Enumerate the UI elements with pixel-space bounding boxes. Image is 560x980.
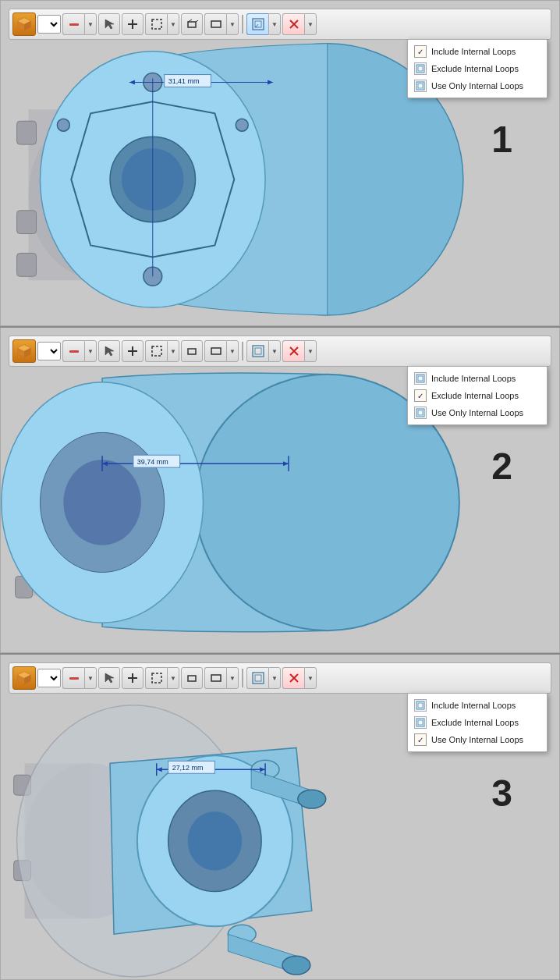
menu-label-include-3: Include Internal Loops bbox=[431, 701, 516, 710]
cancel-dropdown-1[interactable]: ▼ bbox=[304, 13, 317, 35]
rect-dropdown-3[interactable]: ▼ bbox=[226, 667, 239, 689]
box-dropdown-3[interactable]: ▼ bbox=[167, 667, 179, 689]
cancel-btn-2[interactable] bbox=[282, 340, 304, 362]
menu-item-include-3[interactable]: Include Internal Loops bbox=[408, 697, 547, 714]
cancel-btn-pair-3: ▼ bbox=[282, 667, 317, 689]
sep-1 bbox=[242, 15, 243, 34]
svg-rect-76 bbox=[416, 375, 424, 382]
svg-rect-4 bbox=[17, 211, 37, 234]
svg-rect-40 bbox=[416, 65, 424, 73]
svg-point-14 bbox=[57, 119, 69, 131]
menu-item-include-2[interactable]: Include Internal Loops bbox=[408, 370, 547, 387]
menu-label-useonly-2: Use Only Internal Loops bbox=[431, 408, 523, 417]
svg-rect-104 bbox=[69, 677, 79, 680]
line-dropdown-1[interactable]: ▼ bbox=[84, 13, 97, 35]
cancel-btn-1[interactable] bbox=[282, 13, 304, 35]
rect-btn-3[interactable] bbox=[204, 667, 226, 689]
svg-rect-68 bbox=[128, 350, 137, 352]
box-btn-3[interactable] bbox=[145, 667, 167, 689]
menu-item-useonly-3[interactable]: ✓ Use Only Internal Loops bbox=[408, 731, 547, 748]
svg-line-33 bbox=[196, 20, 198, 22]
box-btn-pair-1: ▼ bbox=[145, 13, 179, 35]
cube-icon-2[interactable] bbox=[12, 339, 36, 363]
plus-btn-2[interactable] bbox=[122, 340, 144, 362]
menu-item-exclude-2[interactable]: ✓ Exclude Internal Loops bbox=[408, 387, 547, 404]
menu-item-exclude-3[interactable]: Exclude Internal Loops bbox=[408, 714, 547, 731]
svg-marker-27 bbox=[105, 20, 114, 29]
svg-rect-34 bbox=[211, 21, 221, 27]
box-dropdown-2[interactable]: ▼ bbox=[167, 340, 179, 362]
cancel-dropdown-2[interactable]: ▼ bbox=[304, 340, 317, 362]
rect-btn-1[interactable] bbox=[204, 13, 226, 35]
svg-rect-42 bbox=[416, 82, 424, 90]
svg-rect-3 bbox=[17, 121, 37, 144]
line-btn-pair-2: ▼ bbox=[62, 340, 97, 362]
svg-point-88 bbox=[188, 811, 243, 871]
svg-rect-29 bbox=[128, 23, 137, 25]
box-btn-1[interactable] bbox=[145, 13, 167, 35]
menu-icon-exclude-1 bbox=[414, 62, 427, 75]
face-select-3[interactable]: Face bbox=[37, 669, 61, 687]
box-dropdown-1[interactable]: ▼ bbox=[167, 13, 179, 35]
panel-3: 27,12 mm Face ▼ bbox=[0, 654, 560, 980]
face-select-2[interactable]: Face bbox=[37, 342, 61, 360]
svg-marker-66 bbox=[105, 346, 114, 356]
svg-rect-73 bbox=[255, 348, 261, 354]
menu-item-include-1[interactable]: ✓ Include Internal Loops bbox=[408, 43, 547, 60]
line-dropdown-3[interactable]: ▼ bbox=[84, 667, 97, 689]
panel-divider-2 bbox=[0, 653, 560, 655]
svg-point-53 bbox=[63, 460, 141, 545]
cancel-dropdown-3[interactable]: ▼ bbox=[304, 667, 317, 689]
loops-btn-3[interactable] bbox=[246, 667, 268, 689]
menu-item-exclude-1[interactable]: Exclude Internal Loops bbox=[408, 60, 547, 77]
sep-3 bbox=[242, 669, 243, 687]
svg-rect-77 bbox=[418, 376, 423, 381]
svg-rect-26 bbox=[69, 23, 79, 26]
square-btn-3[interactable] bbox=[181, 667, 203, 689]
menu-label-exclude-3: Exclude Internal Loops bbox=[431, 718, 519, 727]
line-btn-3[interactable] bbox=[62, 667, 84, 689]
pointer-btn-3[interactable] bbox=[98, 667, 120, 689]
svg-rect-69 bbox=[152, 346, 161, 356]
svg-rect-110 bbox=[211, 675, 221, 681]
line-btn-2[interactable] bbox=[62, 340, 84, 362]
menu-check-include-1: ✓ bbox=[414, 45, 427, 58]
cancel-btn-3[interactable] bbox=[282, 667, 304, 689]
line-btn-1[interactable] bbox=[62, 13, 84, 35]
rect-btn-pair-2: ▼ bbox=[204, 340, 239, 362]
cube-icon-1[interactable] bbox=[12, 12, 36, 36]
panel-number-3: 3 bbox=[491, 772, 512, 815]
square-btn-2[interactable] bbox=[181, 340, 203, 362]
rect-btn-2[interactable] bbox=[204, 340, 226, 362]
svg-text:✓: ✓ bbox=[254, 23, 260, 30]
svg-rect-71 bbox=[211, 348, 221, 354]
loops-btn-1[interactable]: ✓ bbox=[246, 13, 268, 35]
pointer-btn-2[interactable] bbox=[98, 340, 120, 362]
pointer-btn-1[interactable] bbox=[98, 13, 120, 35]
rect-dropdown-1[interactable]: ▼ bbox=[226, 13, 239, 35]
line-dropdown-2[interactable]: ▼ bbox=[84, 340, 97, 362]
plus-btn-1[interactable] bbox=[122, 13, 144, 35]
svg-rect-112 bbox=[255, 675, 261, 681]
menu-item-useonly-1[interactable]: Use Only Internal Loops bbox=[408, 77, 547, 94]
rect-dropdown-2[interactable]: ▼ bbox=[226, 340, 239, 362]
svg-point-92 bbox=[282, 956, 310, 975]
face-select-1[interactable]: Face bbox=[37, 15, 61, 34]
svg-rect-79 bbox=[418, 410, 423, 415]
rect-btn-pair-1: ▼ bbox=[204, 13, 239, 35]
loops-dropdown-3[interactable]: ▼ bbox=[268, 667, 281, 689]
line-btn-pair-3: ▼ bbox=[62, 667, 97, 689]
svg-rect-111 bbox=[253, 673, 264, 684]
menu-icon-useonly-1 bbox=[414, 80, 427, 92]
box-btn-pair-2: ▼ bbox=[145, 340, 179, 362]
loops-btn-2[interactable] bbox=[246, 340, 268, 362]
box-btn-2[interactable] bbox=[145, 340, 167, 362]
cube-icon-3[interactable] bbox=[12, 666, 36, 690]
plus-btn-3[interactable] bbox=[122, 667, 144, 689]
menu-icon-exclude-3 bbox=[414, 716, 427, 729]
menu-item-useonly-2[interactable]: Use Only Internal Loops bbox=[408, 404, 547, 421]
square-btn-1[interactable] bbox=[181, 13, 203, 35]
loops-dropdown-2[interactable]: ▼ bbox=[268, 340, 281, 362]
menu-label-include-1: Include Internal Loops bbox=[431, 47, 516, 56]
loops-dropdown-1[interactable]: ▼ bbox=[268, 13, 281, 35]
